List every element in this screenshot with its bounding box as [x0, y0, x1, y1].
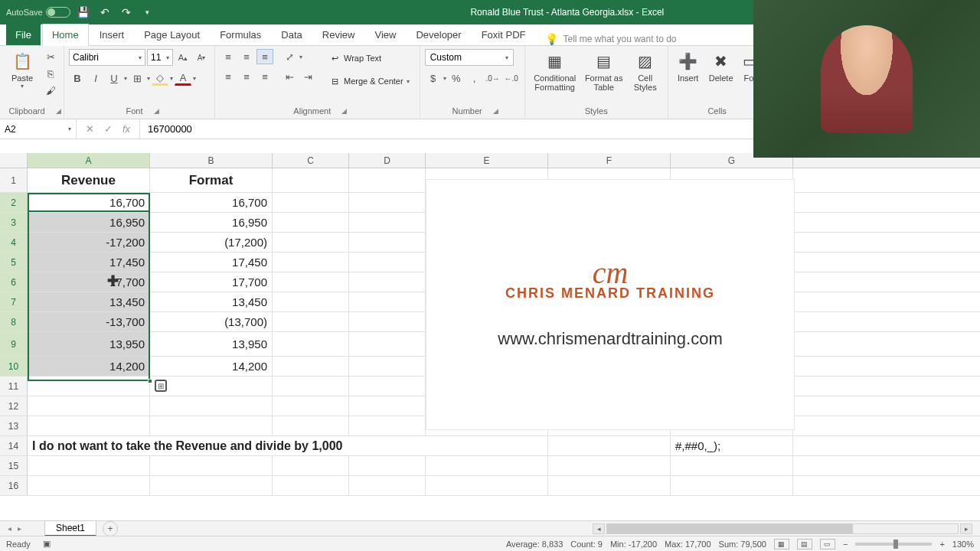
increase-decimal-icon[interactable]: .0→	[485, 70, 501, 86]
cell-D1[interactable]	[349, 168, 426, 192]
tab-foxit[interactable]: Foxit PDF	[472, 24, 535, 45]
tab-developer[interactable]: Developer	[407, 24, 470, 45]
dialog-launcher-icon[interactable]: ◢	[341, 107, 347, 115]
row-header-5[interactable]: 5	[0, 253, 28, 272]
quick-analysis-icon[interactable]: ⊞	[155, 380, 167, 392]
cell-A10[interactable]: 14,200	[28, 357, 150, 376]
row-header-3[interactable]: 3	[0, 213, 28, 232]
cell-G14[interactable]: #,##0,_);	[671, 436, 793, 455]
dialog-launcher-icon[interactable]: ◢	[56, 107, 61, 115]
col-header-B[interactable]: B	[150, 153, 273, 168]
scroll-left-icon[interactable]: ◂	[593, 523, 605, 534]
dialog-launcher-icon[interactable]: ◢	[493, 107, 498, 115]
zoom-level[interactable]: 130%	[952, 540, 974, 549]
format-painter-icon[interactable]: 🖌	[42, 83, 59, 98]
zoom-out-icon[interactable]: −	[843, 540, 848, 549]
copy-icon[interactable]: ⎘	[42, 66, 59, 81]
fill-color-icon[interactable]: ◇	[152, 70, 168, 86]
insert-cells-button[interactable]: ➕ Insert	[673, 49, 704, 84]
increase-font-icon[interactable]: A▴	[175, 50, 191, 65]
comma-format-icon[interactable]: ,	[466, 70, 483, 86]
increase-indent-icon[interactable]: ⇥	[299, 69, 316, 84]
percent-format-icon[interactable]: %	[448, 70, 465, 86]
enter-formula-icon[interactable]: ✓	[101, 123, 115, 135]
border-icon[interactable]: ⊞	[129, 70, 145, 86]
row-header-7[interactable]: 7	[0, 292, 28, 311]
row-header-2[interactable]: 2	[0, 193, 28, 212]
cell-B5[interactable]: 17,450	[150, 253, 273, 272]
autosave-control[interactable]: AutoSave	[6, 7, 70, 18]
cell-styles-button[interactable]: ▨ Cell Styles	[628, 49, 663, 93]
cell-A4[interactable]: -17,200	[28, 233, 150, 252]
sheet-tab-sheet1[interactable]: Sheet1	[44, 520, 96, 536]
dialog-launcher-icon[interactable]: ◢	[154, 107, 159, 115]
tab-data[interactable]: Data	[272, 24, 311, 45]
conditional-formatting-button[interactable]: ▦ Conditional Formatting	[530, 49, 580, 93]
wrap-text-button[interactable]: ↩ Wrap Text	[323, 49, 415, 67]
row-header-10[interactable]: 10	[0, 357, 28, 376]
sheet-nav-prev-icon[interactable]: ◂	[8, 524, 11, 533]
page-break-view-icon[interactable]: ▭	[820, 539, 835, 549]
scroll-right-icon[interactable]: ▸	[960, 523, 972, 534]
col-header-E[interactable]: E	[426, 153, 548, 168]
font-size-selector[interactable]: 11▾	[147, 49, 173, 66]
cell-A2[interactable]: 16,700	[28, 193, 150, 212]
font-color-icon[interactable]: A	[175, 70, 191, 86]
font-name-selector[interactable]: Calibri▾	[69, 49, 145, 66]
cell-A14[interactable]: I do not want to take the Revenue and di…	[28, 436, 426, 455]
redo-icon[interactable]: ↷	[118, 4, 135, 21]
align-center-icon[interactable]: ≡	[238, 69, 255, 84]
tell-me-search[interactable]: 💡 Tell me what you want to do	[545, 33, 676, 45]
cell-B2[interactable]: 16,700	[150, 193, 273, 212]
cell-A3[interactable]: 16,950	[28, 213, 150, 232]
cell-C1[interactable]	[273, 168, 349, 192]
macro-record-icon[interactable]: ▣	[43, 539, 51, 549]
italic-button[interactable]: I	[87, 70, 104, 86]
save-icon[interactable]: 💾	[75, 4, 92, 21]
align-top-icon[interactable]: ≡	[220, 49, 237, 64]
tab-home[interactable]: Home	[42, 24, 89, 46]
cell-A9[interactable]: 13,950	[28, 332, 150, 356]
row-header-13[interactable]: 13	[0, 416, 28, 435]
row-header-6[interactable]: 6	[0, 272, 28, 292]
cell-A7[interactable]: 13,450	[28, 292, 150, 311]
paste-button[interactable]: 📋 Paste ▾	[5, 49, 40, 91]
cut-icon[interactable]: ✂	[42, 49, 59, 64]
cell-A5[interactable]: 17,450	[28, 253, 150, 272]
align-right-icon[interactable]: ≡	[256, 69, 273, 84]
row-header-11[interactable]: 11	[0, 377, 28, 396]
tab-page-layout[interactable]: Page Layout	[135, 24, 209, 45]
select-all-corner[interactable]	[0, 153, 28, 168]
tab-formulas[interactable]: Formulas	[211, 24, 270, 45]
cell-A8[interactable]: -13,700	[28, 312, 150, 331]
cell-B4[interactable]: (17,200)	[150, 233, 273, 252]
row-header-8[interactable]: 8	[0, 312, 28, 331]
format-as-table-button[interactable]: ▤ Format as Table	[583, 49, 626, 93]
underline-button[interactable]: U	[106, 70, 122, 86]
accounting-format-icon[interactable]: $	[425, 70, 442, 86]
qat-customize-icon[interactable]: ▾	[139, 4, 156, 21]
row-header-14[interactable]: 14	[0, 436, 28, 455]
cell-B8[interactable]: (13,700)	[150, 312, 273, 331]
cell-B10[interactable]: 14,200	[150, 357, 273, 376]
align-left-icon[interactable]: ≡	[220, 69, 237, 84]
decrease-font-icon[interactable]: A▾	[193, 50, 210, 65]
col-header-F[interactable]: F	[548, 153, 671, 168]
row-header-1[interactable]: 1	[0, 168, 28, 192]
tab-insert[interactable]: Insert	[90, 24, 134, 45]
sheet-nav-next-icon[interactable]: ▸	[18, 524, 21, 533]
fill-handle[interactable]	[148, 379, 152, 383]
tab-file[interactable]: File	[6, 24, 41, 45]
name-box[interactable]: A2▾	[0, 119, 77, 139]
fx-icon[interactable]: fx	[119, 123, 133, 135]
align-bottom-icon[interactable]: ≡	[256, 49, 273, 64]
horizontal-scrollbar[interactable]: ◂ ▸	[118, 523, 980, 534]
merge-center-button[interactable]: ⊟ Merge & Center ▾	[323, 72, 415, 90]
add-sheet-button[interactable]: +	[103, 521, 118, 536]
tab-review[interactable]: Review	[313, 24, 364, 45]
delete-cells-button[interactable]: ✖ Delete	[706, 49, 737, 84]
col-header-A[interactable]: A	[28, 153, 150, 168]
orientation-icon[interactable]: ⤢	[281, 49, 298, 64]
row-header-4[interactable]: 4	[0, 233, 28, 252]
tab-view[interactable]: View	[365, 24, 405, 45]
